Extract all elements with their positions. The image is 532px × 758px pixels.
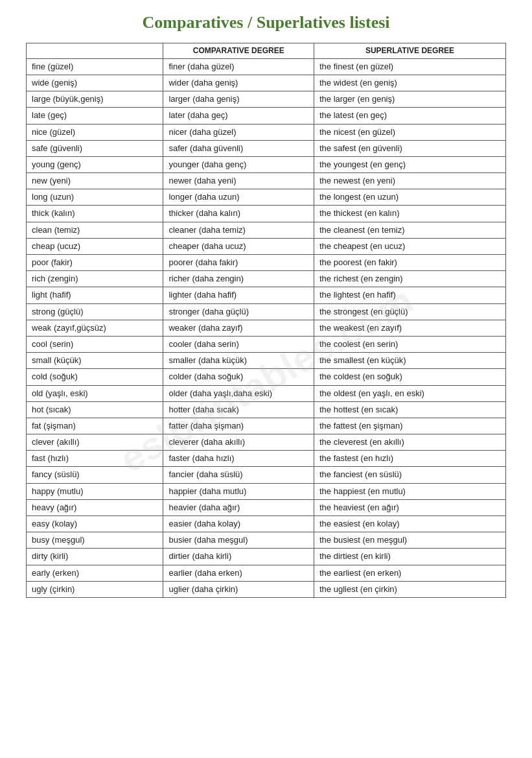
table-row: easy (kolay)easier (daha kolay)the easie… [27, 516, 506, 532]
table-row: new (yeni)newer (daha yeni)the newest (e… [27, 173, 506, 189]
table-cell-32-0: ugly (çirkin) [27, 581, 163, 597]
table-cell-15-0: strong (güçlü) [27, 303, 163, 320]
table-cell-0-1: finer (daha güzel) [163, 58, 314, 75]
table-cell-19-1: colder (daha soğuk) [163, 369, 314, 385]
comparatives-table: COMPARATIVE DEGREE SUPERLATIVE DEGREE fi… [26, 43, 506, 598]
table-cell-19-2: the coldest (en soğuk) [314, 369, 505, 385]
table-row: wide (geniş)wider (daha geniş)the widest… [27, 75, 506, 91]
table-cell-24-1: faster (daha hızlı) [163, 451, 314, 467]
table-cell-8-1: longer (daha uzun) [163, 189, 314, 206]
table-cell-11-0: cheap (ucuz) [27, 238, 163, 254]
table-row: poor (fakir)poorer (daha fakir)the poore… [27, 255, 506, 271]
table-row: dirty (kirli)dirtier (daha kirli)the dir… [27, 549, 506, 565]
table-cell-4-0: nice (güzel) [27, 124, 163, 140]
table-cell-12-1: poorer (daha fakir) [163, 255, 314, 271]
table-cell-24-2: the fastest (en hızlı) [314, 451, 505, 467]
table-cell-4-2: the nicest (en güzel) [314, 124, 505, 140]
table-cell-26-1: happier (daha mutlu) [163, 483, 314, 499]
table-cell-5-2: the safest (en güvenli) [314, 140, 505, 156]
table-cell-32-1: uglier (daha çirkin) [163, 581, 314, 597]
table-cell-2-1: larger (daha geniş) [163, 91, 314, 108]
table-cell-11-1: cheaper (daha ucuz) [163, 238, 314, 254]
table-cell-19-0: cold (soğuk) [27, 369, 163, 385]
table-cell-32-2: the ugliest (en çirkin) [314, 581, 505, 597]
table-cell-18-1: smaller (daha küçük) [163, 353, 314, 369]
table-row: busy (meşgul)busier (daha meşgul)the bus… [27, 532, 506, 549]
table-cell-25-1: fancier (daha süslü) [163, 467, 314, 483]
table-header-row: COMPARATIVE DEGREE SUPERLATIVE DEGREE [27, 43, 506, 59]
table-cell-10-1: cleaner (daha temiz) [163, 222, 314, 238]
table-cell-13-1: richer (daha zengin) [163, 271, 314, 287]
table-cell-20-0: old (yaşlı, eski) [27, 385, 163, 401]
table-cell-23-2: the cleverest (en akıllı) [314, 434, 505, 451]
table-cell-15-2: the strongest (en güçlü) [314, 303, 505, 320]
table-cell-21-2: the hottest (en sıcak) [314, 401, 505, 418]
table-cell-17-2: the coolest (en serin) [314, 336, 505, 352]
table-row: rich (zengin)richer (daha zengin)the ric… [27, 271, 506, 287]
table-cell-14-2: the lightest (en hafif) [314, 287, 505, 303]
table-cell-30-0: dirty (kirli) [27, 549, 163, 565]
table-row: old (yaşlı, eski)older (daha yaşlı,daha … [27, 385, 506, 401]
table-cell-13-2: the richest (en zengin) [314, 271, 505, 287]
table-cell-22-2: the fattest (en şişman) [314, 418, 505, 434]
table-cell-2-2: the larger (en geniş) [314, 91, 505, 108]
table-cell-6-1: younger (daha genç) [163, 156, 314, 172]
table-cell-7-2: the newest (en yeni) [314, 173, 505, 189]
table-cell-17-0: cool (serin) [27, 336, 163, 352]
table-cell-29-2: the busiest (en meşgul) [314, 532, 505, 549]
table-cell-29-1: busier (daha meşgul) [163, 532, 314, 549]
page-title: Comparatives / Superlatives listesi [26, 13, 506, 32]
table-cell-9-1: thicker (daha kalın) [163, 206, 314, 222]
table-cell-12-0: poor (fakir) [27, 255, 163, 271]
table-cell-25-0: fancy (süslü) [27, 467, 163, 483]
table-row: heavy (ağır)heavier (daha ağır)the heavi… [27, 499, 506, 515]
table-cell-12-2: the poorest (en fakir) [314, 255, 505, 271]
table-cell-22-0: fat (şişman) [27, 418, 163, 434]
table-cell-22-1: fatter (daha şişman) [163, 418, 314, 434]
table-cell-10-2: the cleanest (en temiz) [314, 222, 505, 238]
table-cell-5-0: safe (güvenli) [27, 140, 163, 156]
table-cell-31-0: early (erken) [27, 565, 163, 581]
table-cell-16-2: the weakest (en zayıf) [314, 320, 505, 336]
table-cell-15-1: stronger (daha güçlü) [163, 303, 314, 320]
table-cell-9-2: the thickest (en kalın) [314, 206, 505, 222]
table-row: happy (mutlu)happier (daha mutlu)the hap… [27, 483, 506, 499]
table-cell-9-0: thick (kalın) [27, 206, 163, 222]
table-row: cheap (ucuz)cheaper (daha ucuz)the cheap… [27, 238, 506, 254]
table-row: fancy (süslü)fancier (daha süslü)the fan… [27, 467, 506, 483]
table-row: light (hafif)lighter (daha hafif)the lig… [27, 287, 506, 303]
table-cell-20-2: the oldest (en yaşlı, en eski) [314, 385, 505, 401]
table-cell-10-0: clean (temiz) [27, 222, 163, 238]
table-row: long (uzun)longer (daha uzun)the longest… [27, 189, 506, 206]
table-cell-20-1: older (daha yaşlı,daha eski) [163, 385, 314, 401]
table-cell-8-2: the longest (en uzun) [314, 189, 505, 206]
table-cell-7-1: newer (daha yeni) [163, 173, 314, 189]
table-row: weak (zayıf,güçsüz)weaker (daha zayıf)th… [27, 320, 506, 336]
table-row: nice (güzel)nicer (daha güzel)the nicest… [27, 124, 506, 140]
table-row: thick (kalın)thicker (daha kalın)the thi… [27, 206, 506, 222]
table-cell-23-1: cleverer (daha akıllı) [163, 434, 314, 451]
table-cell-5-1: safer (daha güvenli) [163, 140, 314, 156]
table-cell-1-2: the widest (en geniş) [314, 75, 505, 91]
table-cell-2-0: large (büyük,geniş) [27, 91, 163, 108]
table-row: early (erken)earlier (daha erken)the ear… [27, 565, 506, 581]
table-row: safe (güvenli)safer (daha güvenli)the sa… [27, 140, 506, 156]
table-cell-26-0: happy (mutlu) [27, 483, 163, 499]
table-cell-16-0: weak (zayıf,güçsüz) [27, 320, 163, 336]
table-cell-18-0: small (küçük) [27, 353, 163, 369]
table-cell-6-2: the youngest (en genç) [314, 156, 505, 172]
table-cell-30-2: the dirtiest (en kirli) [314, 549, 505, 565]
table-row: strong (güçlü)stronger (daha güçlü)the s… [27, 303, 506, 320]
table-cell-0-2: the finest (en güzel) [314, 58, 505, 75]
table-row: late (geç)later (daha geç)the latest (en… [27, 108, 506, 124]
table-cell-7-0: new (yeni) [27, 173, 163, 189]
table-row: large (büyük,geniş)larger (daha geniş)th… [27, 91, 506, 108]
table-cell-28-2: the easiest (en kolay) [314, 516, 505, 532]
table-cell-25-2: the fanciest (en süslü) [314, 467, 505, 483]
table-cell-29-0: busy (meşgul) [27, 532, 163, 549]
table-row: fast (hızlı)faster (daha hızlı)the faste… [27, 451, 506, 467]
table-cell-27-1: heavier (daha ağır) [163, 499, 314, 515]
table-row: ugly (çirkin)uglier (daha çirkin)the ugl… [27, 581, 506, 597]
table-cell-16-1: weaker (daha zayıf) [163, 320, 314, 336]
header-comparative: COMPARATIVE DEGREE [163, 43, 314, 59]
